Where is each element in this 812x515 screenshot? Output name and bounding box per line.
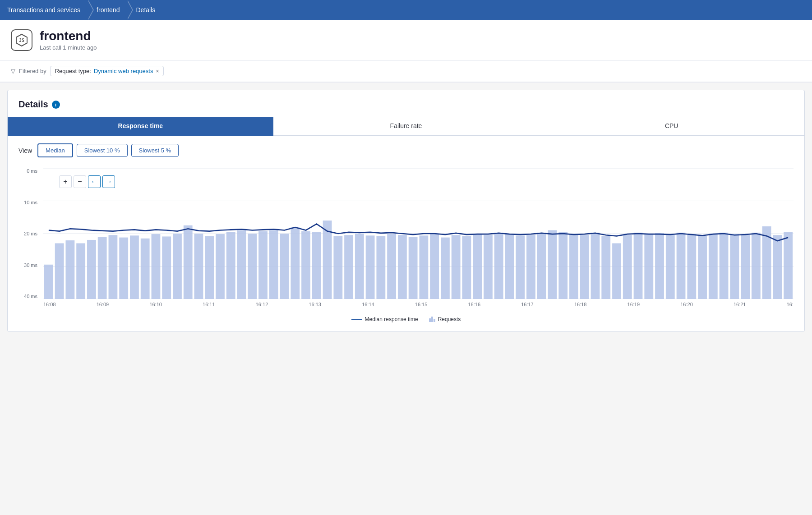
svg-rect-16	[152, 234, 161, 299]
view-label: View	[18, 147, 32, 154]
svg-rect-17	[162, 236, 171, 299]
details-title: Details	[18, 99, 48, 110]
svg-rect-9	[76, 243, 85, 299]
x-label-8: 16:16	[468, 302, 481, 313]
x-axis: 16:08 16:09 16:10 16:11 16:12 16:13 16:1…	[43, 302, 794, 313]
svg-rect-75	[784, 232, 793, 299]
view-slowest10-button[interactable]: Slowest 10 %	[77, 144, 128, 157]
svg-text:JS: JS	[19, 38, 24, 43]
legend-requests: Requests	[429, 316, 461, 322]
svg-rect-35	[355, 234, 364, 299]
filter-label: Filtered by	[19, 68, 46, 74]
svg-rect-60	[623, 235, 632, 299]
legend-line	[351, 319, 362, 320]
svg-rect-68	[709, 234, 718, 299]
breadcrumb-item-transactions[interactable]: Transactions and services	[0, 0, 88, 20]
svg-rect-10	[87, 240, 96, 299]
svg-rect-11	[98, 237, 107, 299]
pan-left-button[interactable]: ←	[88, 175, 101, 188]
zoom-out-button[interactable]: −	[74, 175, 86, 188]
svg-rect-41	[419, 235, 428, 299]
svg-rect-38	[387, 234, 396, 299]
x-label-2: 16:10	[149, 302, 162, 313]
x-label-14: 16:	[787, 302, 794, 313]
svg-rect-22	[216, 234, 225, 299]
svg-rect-69	[720, 233, 729, 299]
svg-rect-24	[237, 230, 246, 299]
svg-rect-34	[344, 235, 353, 299]
svg-rect-28	[280, 234, 289, 299]
svg-rect-71	[741, 235, 750, 299]
svg-rect-56	[580, 235, 589, 299]
svg-rect-42	[430, 234, 439, 299]
x-label-11: 16:19	[627, 302, 640, 313]
svg-rect-58	[601, 236, 610, 299]
svg-rect-37	[376, 236, 385, 299]
svg-rect-61	[634, 233, 643, 299]
x-label-1: 16:09	[97, 302, 109, 313]
tabs-row: Response time Failure rate CPU	[8, 117, 804, 136]
main-content: Details i Response time Failure rate CPU…	[7, 90, 805, 332]
y-label-0: 40 ms	[18, 294, 41, 299]
svg-rect-55	[569, 234, 578, 299]
svg-rect-36	[366, 235, 375, 299]
view-slowest5-button[interactable]: Slowest 5 %	[131, 144, 179, 157]
chart-inner	[43, 168, 794, 299]
tab-cpu[interactable]: CPU	[539, 117, 804, 136]
breadcrumb: Transactions and services frontend Detai…	[0, 0, 812, 20]
filter-pill[interactable]: Request type: Dynamic web requests ×	[50, 66, 164, 76]
svg-rect-25	[248, 234, 257, 299]
view-median-button[interactable]: Median	[37, 143, 73, 157]
svg-rect-52	[537, 233, 546, 299]
breadcrumb-item-frontend[interactable]: frontend	[88, 0, 128, 20]
svg-rect-19	[184, 225, 193, 299]
filter-key: Request type:	[55, 68, 91, 74]
svg-rect-74	[773, 235, 782, 299]
svg-rect-46	[473, 234, 482, 299]
service-name: frontend	[40, 29, 97, 43]
tab-failure-rate[interactable]: Failure rate	[273, 117, 539, 136]
svg-rect-53	[548, 230, 557, 299]
svg-rect-43	[441, 238, 450, 299]
filter-close-button[interactable]: ×	[156, 68, 159, 74]
svg-rect-62	[644, 234, 653, 299]
zoom-controls: + − ← →	[59, 175, 115, 188]
zoom-in-button[interactable]: +	[59, 175, 72, 188]
last-call: Last call 1 minute ago	[40, 44, 97, 51]
filter-value: Dynamic web requests	[94, 68, 153, 74]
x-label-13: 16:21	[734, 302, 746, 313]
svg-rect-26	[258, 231, 268, 299]
svg-rect-7	[55, 243, 64, 299]
legend-median-label: Median response time	[365, 316, 418, 322]
svg-rect-30	[301, 231, 310, 299]
svg-rect-33	[333, 236, 342, 299]
svg-rect-50	[516, 235, 525, 299]
chart-container: + − ← → 40 ms 30 ms 20 ms 10 ms 0 ms	[18, 168, 794, 313]
view-row: View Median Slowest 10 % Slowest 5 %	[8, 136, 804, 161]
svg-rect-6	[44, 265, 53, 299]
x-label-12: 16:20	[680, 302, 693, 313]
tab-response-time[interactable]: Response time	[8, 117, 273, 136]
legend-median: Median response time	[351, 316, 418, 322]
svg-rect-47	[484, 235, 493, 299]
svg-rect-12	[109, 235, 118, 299]
svg-rect-51	[526, 235, 535, 299]
x-label-7: 16:15	[415, 302, 428, 313]
chart-legend: Median response time Requests	[18, 316, 794, 322]
svg-rect-67	[698, 236, 707, 299]
filter-bar: ▽ Filtered by Request type: Dynamic web …	[0, 60, 812, 83]
x-label-0: 16:08	[43, 302, 56, 313]
pan-right-button[interactable]: →	[102, 175, 115, 188]
svg-rect-72	[752, 233, 761, 299]
svg-rect-45	[462, 236, 471, 299]
svg-rect-70	[730, 234, 739, 299]
y-label-1: 30 ms	[18, 262, 41, 268]
details-header: Details i	[8, 90, 804, 110]
svg-rect-39	[398, 235, 407, 299]
svg-rect-13	[119, 238, 128, 299]
info-icon[interactable]: i	[52, 101, 60, 109]
x-label-6: 16:14	[362, 302, 374, 313]
service-header: JS frontend Last call 1 minute ago	[0, 20, 812, 60]
svg-rect-29	[291, 227, 300, 299]
svg-rect-44	[452, 235, 461, 299]
